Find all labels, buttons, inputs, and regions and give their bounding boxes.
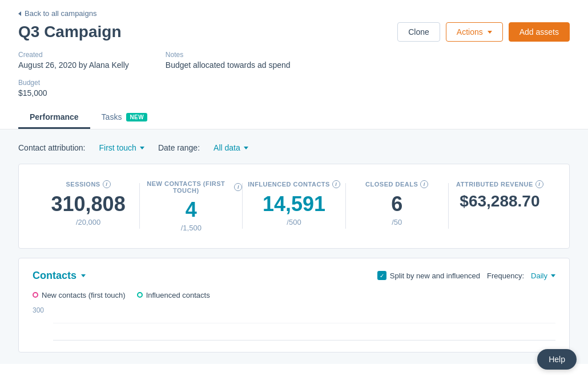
budget-row: Budget $15,000 [18,79,570,98]
tab-performance[interactable]: Performance [18,107,90,129]
add-assets-button[interactable]: Add assets [509,22,570,42]
back-chevron-icon [18,11,21,16]
closed-deals-info-icon[interactable]: i [420,180,428,188]
influenced-contacts-sub: /500 [287,218,301,226]
legend-new-contacts-label: New contacts (first touch) [42,291,126,299]
meta-row: Created August 26, 2020 by Alana Kelly N… [18,51,570,70]
split-checkbox[interactable]: ✓ Split by new and influenced [377,271,480,280]
sessions-sub: /20,000 [76,218,100,226]
chart-area: 300 [33,306,555,341]
stats-card: SESSIONS i 310,808 /20,000 NEW CONTACTS … [18,164,570,249]
sessions-header: SESSIONS i [66,180,110,188]
tab-performance-label: Performance [30,112,79,121]
date-range-select[interactable]: All data [214,143,248,152]
contact-attribution-select[interactable]: First touch [99,143,144,152]
chart-card-header: Contacts ✓ Split by new and influenced F… [33,270,555,282]
new-contacts-value: 4 [186,198,197,221]
help-button[interactable]: Help [537,349,577,370]
campaign-title: Q3 Campaign [18,23,121,41]
stat-new-contacts: NEW CONTACTS (FIRST TOUCH) i 4 /1,500 [140,180,242,232]
contacts-chart-title[interactable]: Contacts [33,270,86,282]
attributed-revenue-header: ATTRIBUTED REVENUE i [456,180,543,188]
back-link-text: Back to all campaigns [25,9,96,18]
influenced-contacts-header: INFLUENCED CONTACTS i [248,180,340,188]
notes-meta: Notes Budget allocated towards ad spend [166,51,291,70]
chart-baseline [53,340,555,341]
legend-dot-influenced-contacts [137,292,143,298]
frequency-select[interactable]: Daily [531,271,555,280]
stat-influenced-contacts: INFLUENCED CONTACTS i 14,591 /500 [243,180,345,226]
new-contacts-header: NEW CONTACTS (FIRST TOUCH) i [140,180,242,194]
stat-sessions: SESSIONS i 310,808 /20,000 [37,180,139,226]
attributed-revenue-info-icon[interactable]: i [535,180,543,188]
frequency-value: Daily [531,271,547,280]
contacts-title-chevron-icon [81,274,86,277]
stat-attributed-revenue: ATTRIBUTED REVENUE i $63,288.70 [449,180,551,213]
tasks-new-badge: NEW [126,113,147,121]
frequency-label: Frequency: [487,271,524,280]
chart-card: Contacts ✓ Split by new and influenced F… [18,258,570,352]
sessions-value: 310,808 [51,193,126,216]
chart-gridline [53,323,555,323]
stat-closed-deals: CLOSED DEALS i 6 /50 [346,180,448,226]
legend-row: New contacts (first touch) Influenced co… [33,291,555,299]
date-range-chevron-icon [244,147,248,149]
date-range-value: All data [214,143,240,152]
legend-new-contacts: New contacts (first touch) [33,291,126,299]
created-value: August 26, 2020 by Alana Kelly [18,60,129,70]
content-area: Contact attribution: First touch Date ra… [0,129,588,364]
created-meta: Created August 26, 2020 by Alana Kelly [18,51,129,70]
sessions-info-icon[interactable]: i [103,180,111,188]
contact-attribution-chevron-icon [140,147,144,149]
closed-deals-value: 6 [391,193,402,216]
split-checkbox-icon: ✓ [377,271,386,280]
actions-label: Actions [457,27,483,37]
chart-yaxis: 300 [33,306,44,314]
actions-chevron-icon [488,31,492,34]
budget-label: Budget [18,79,47,87]
date-range-label: Date range: [158,143,200,152]
header-top-row: Q3 Campaign Clone Actions Add assets [18,22,570,42]
budget-meta: Budget $15,000 [18,79,47,98]
tab-tasks-label: Tasks [102,112,122,121]
legend-dot-new-contacts [33,292,38,298]
page-wrapper: Back to all campaigns Q3 Campaign Clone … [0,0,588,381]
closed-deals-header: CLOSED DEALS i [365,180,428,188]
tab-tasks[interactable]: Tasks NEW [90,107,159,129]
filter-row: Contact attribution: First touch Date ra… [18,141,570,155]
attributed-revenue-value: $63,288.70 [460,193,539,210]
header-actions: Clone Actions Add assets [397,22,570,42]
clone-button[interactable]: Clone [397,22,440,42]
contact-attribution-label: Contact attribution: [18,143,86,152]
actions-button[interactable]: Actions [446,22,503,42]
contact-attribution-value: First touch [99,143,136,152]
notes-label: Notes [166,51,291,59]
closed-deals-sub: /50 [392,218,402,226]
new-contacts-info-icon[interactable]: i [234,183,242,191]
created-label: Created [18,51,129,59]
chart-controls: ✓ Split by new and influenced Frequency:… [377,271,555,280]
tabs-row: Performance Tasks NEW [18,107,570,129]
legend-influenced-contacts: Influenced contacts [137,291,210,299]
new-contacts-sub: /1,500 [181,224,202,232]
split-label: Split by new and influenced [390,271,480,280]
header-section: Back to all campaigns Q3 Campaign Clone … [0,0,588,129]
influenced-contacts-value: 14,591 [263,193,325,216]
legend-influenced-contacts-label: Influenced contacts [146,291,210,299]
back-link[interactable]: Back to all campaigns [18,9,570,18]
budget-value: $15,000 [18,88,47,98]
notes-value: Budget allocated towards ad spend [166,60,291,70]
frequency-chevron-icon [551,274,555,277]
influenced-contacts-info-icon[interactable]: i [332,180,340,188]
